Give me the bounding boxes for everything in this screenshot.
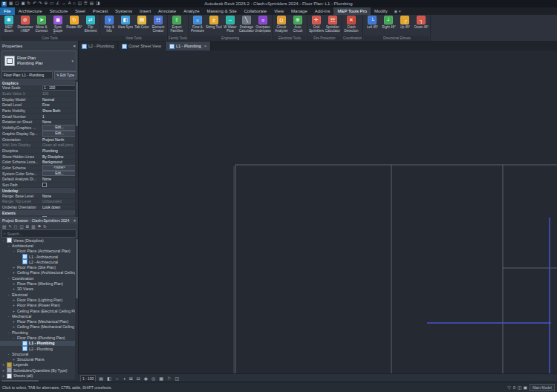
ribbon-tab-insert[interactable]: Insert [136, 7, 154, 15]
browser-scrollbar[interactable] [75, 238, 78, 379]
qat-icon-12[interactable]: ⌂ [73, 1, 75, 6]
qat-icon-15[interactable]: ▤ [90, 1, 94, 6]
ribbon-button-sync-scope-boxes[interactable]: ▣Sync Scope Boxes [50, 16, 66, 33]
ribbon-tab-add-ins[interactable]: Add-Ins [311, 7, 334, 15]
tree-item-floor-plans-working-plan[interactable]: +Floor Plans (Working Plan) [0, 281, 75, 286]
filter-icon[interactable]: ▽ [507, 385, 511, 390]
ribbon-tab-collaborate[interactable]: Collaborate [241, 7, 271, 15]
tree-expander-icon[interactable]: + [12, 324, 16, 329]
browser-toolbar-icon-5[interactable]: ⊞ [26, 224, 30, 229]
ribbon-tab-steel[interactable]: Steel [71, 7, 89, 15]
ribbon-tab-modify[interactable]: Modify [371, 7, 391, 15]
tree-item-floor-plans-lighting-plan[interactable]: +Floor Plans (Lighting Plan) [0, 297, 75, 302]
ribbon-tab-file[interactable]: File [0, 7, 15, 15]
tree-expander-icon[interactable]: + [12, 319, 16, 324]
tree-item-3d-views[interactable]: +3D Views [0, 287, 75, 292]
tree-expander-icon[interactable]: + [12, 287, 16, 291]
qat-icon-7[interactable]: ⊖ [44, 1, 48, 6]
tree-item-floor-plans-power-plan[interactable]: +Floor Plans (Power Plan) [0, 303, 75, 308]
ribbon-tab-architecture[interactable]: Architecture [15, 7, 46, 15]
tree-expander-icon[interactable]: - [12, 249, 16, 253]
ribbon-tab-mep-tools-pro[interactable]: MEP Tools Pro [333, 7, 370, 15]
type-selector[interactable]: Floor Plan Plumbing Plan ▾ [1, 50, 76, 71]
tree-expander-icon[interactable]: + [1, 368, 5, 373]
ribbon-tab-structure[interactable]: Structure [46, 7, 71, 15]
tree-expander-icon[interactable]: - [7, 293, 10, 297]
tree-item-l1-plumbing[interactable]: L1 - Plumbing [0, 341, 75, 346]
ribbon-tab-analyze[interactable]: Analyze [180, 7, 203, 15]
ribbon-button-sizing-tool[interactable]: #Sizing Tool [206, 16, 222, 33]
properties-close-icon[interactable]: × [73, 44, 76, 48]
ribbon-tab-precast[interactable]: Precast [89, 7, 111, 15]
qat-icon-9[interactable]: ∠ [56, 1, 59, 6]
tree-item-architectural[interactable]: -Architectural [0, 243, 75, 248]
qat-icon-10[interactable]: ↔ [62, 1, 66, 6]
tree-item-l2-architectural[interactable]: L2 - Architectural [0, 259, 75, 264]
property-checkbox[interactable] [42, 183, 47, 187]
close-icon[interactable]: × [204, 44, 207, 48]
tree-expander-icon[interactable]: - [12, 336, 16, 340]
ribbon-tab-manage[interactable]: Manage [287, 7, 311, 15]
ribbon-button-flip-element[interactable]: ⇄Flip Element [82, 16, 99, 33]
instance-selector[interactable]: Floor Plan: L1 - Plumbing [1, 71, 53, 79]
sun-path-icon[interactable]: ☼ [115, 376, 120, 381]
ribbon-button-sprinkler-calculator[interactable]: ☷Sprinkler Calculator [325, 16, 341, 33]
worksharing-icon[interactable]: ◫ [175, 376, 179, 381]
property-value[interactable]: Edit... [42, 171, 76, 177]
property-value[interactable]: Edit... [42, 125, 76, 131]
ribbon-extra-icon-2[interactable]: ▾ [399, 9, 401, 13]
qat-icon-3[interactable]: ▣ [21, 1, 25, 6]
tree-expander-icon[interactable]: - [7, 330, 10, 335]
ribbon-tab-massing-site[interactable]: Massing & Site [203, 7, 240, 15]
tree-expander-icon[interactable]: + [12, 357, 16, 362]
qat-icon-5[interactable]: ↶ [33, 1, 36, 6]
qat-icon-4[interactable]: ↻ [27, 1, 31, 6]
ribbon-tab-annotate[interactable]: Annotate [154, 7, 180, 15]
tree-item-views-discipline[interactable]: -Views (Discipline) [0, 238, 75, 243]
tree-expander-icon[interactable]: - [1, 238, 5, 243]
crop-region-icon[interactable]: ⊞ [129, 376, 133, 381]
show-crop-icon[interactable]: ⊟ [137, 376, 140, 381]
ribbon-button-rotate-45[interactable]: ↻Rotate 45° [66, 16, 82, 33]
qat-icon-2[interactable]: ▢ [15, 1, 19, 6]
tree-expander-icon[interactable]: - [7, 352, 10, 356]
ribbon-extra-icon-1[interactable]: ◉ [394, 9, 397, 13]
tree-item-floor-plans-mechanical-plan[interactable]: +Floor Plans (Mechanical Plan) [0, 318, 75, 324]
design-option-select[interactable]: Main Model [530, 384, 555, 391]
tree-item-floor-plans-site-plan[interactable]: +Floor Plans (Site Plan) [0, 264, 75, 270]
qat-icon-13[interactable]: ◫ [78, 1, 82, 6]
qat-icon-1[interactable]: ▦ [9, 1, 13, 6]
qat-icon-14[interactable]: ☰ [84, 1, 88, 6]
status-icon-2[interactable]: ▣ [523, 385, 527, 390]
ribbon-button-overpass-underpass[interactable]: ≡Overpass Underpass [255, 16, 271, 33]
ribbon-button-element-creator[interactable]: ☷Element Creator [150, 16, 166, 33]
ribbon-button-tab-color[interactable]: ▤Tab Color [134, 16, 150, 33]
tree-item-ceiling-plans-electrical-ceiling-plan[interactable]: +Ceiling Plans (Electrical Ceiling Plan) [0, 308, 75, 313]
tree-expander-icon[interactable]: + [12, 298, 16, 302]
tree-item-floor-plans-plumbing-plan[interactable]: -Floor Plans (Plumbing Plan) [0, 335, 75, 340]
ribbon-button-move-connect[interactable]: ➤Move & Connect [33, 16, 50, 33]
tree-expander-icon[interactable]: + [12, 303, 16, 307]
ribbon-button-circuit-analyzer[interactable]: ΩCircuit Analyzer [273, 16, 290, 33]
browser-toolbar-icon-7[interactable]: ⚑ [37, 224, 41, 229]
tree-expander-icon[interactable]: - [7, 244, 10, 248]
property-value[interactable]: <none> [42, 165, 76, 171]
tree-expander-icon[interactable]: - [7, 276, 10, 281]
view-tab-cover-sheet-view[interactable]: Cover Sheet View [118, 42, 166, 50]
tree-item-structural[interactable]: -Structural [0, 351, 75, 356]
tree-item-coordination[interactable]: -Coordination [0, 275, 75, 281]
tree-expander-icon[interactable]: + [12, 270, 16, 275]
ribbon-button-mep-boom[interactable]: ✱MEP Boom [1, 16, 17, 33]
tree-item-legends[interactable]: +Legends [0, 362, 75, 368]
analytical-model-icon[interactable]: ⚐ [167, 376, 171, 381]
property-value[interactable]: Edit... [42, 131, 76, 137]
tree-item-sheets-all[interactable]: +Sheets (all) [0, 373, 75, 378]
qat-icon-8[interactable]: ▭ [50, 1, 53, 6]
tree-item-ceiling-plans-architectural-ceiling-pla[interactable]: +Ceiling Plans (Architectural Ceiling Pl… [0, 270, 75, 275]
ribbon-button-flow-pressure[interactable]: ≈Flow & Pressure [189, 16, 206, 33]
drawing-canvas[interactable] [78, 50, 557, 373]
tree-item-floor-plans-architectural-plan[interactable]: -Floor Plans (Architectural Plan) [0, 249, 75, 254]
view-tab-l2-plumbing[interactable]: L2 - Plumbing [78, 42, 118, 50]
qat-icon-11[interactable]: A [68, 1, 71, 6]
ribbon-button-help-info[interactable]: ?Help & Info [101, 16, 117, 33]
